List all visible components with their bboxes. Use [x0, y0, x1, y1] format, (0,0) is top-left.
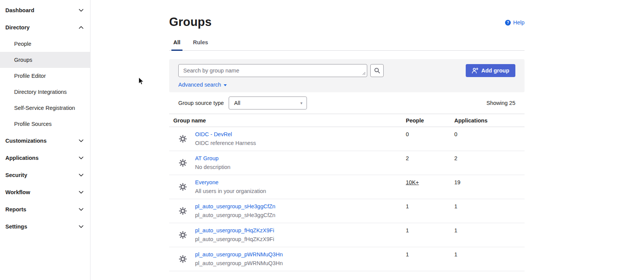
- applications-count: 1: [454, 227, 525, 234]
- people-count: 1: [406, 203, 454, 210]
- sidebar-item-directory-integrations[interactable]: Directory Integrations: [0, 84, 90, 100]
- source-type-label: Group source type: [178, 100, 224, 106]
- group-icon: [178, 254, 187, 264]
- sidebar: Dashboard Directory People Groups Profil…: [0, 0, 90, 280]
- sidebar-item-directory[interactable]: Directory: [0, 19, 90, 36]
- group-name-link[interactable]: Everyone: [195, 179, 266, 186]
- caret-down-icon: [224, 84, 227, 86]
- add-group-label: Add group: [481, 68, 509, 74]
- sidebar-item-groups[interactable]: Groups: [0, 52, 90, 68]
- chevron-down-icon: [79, 174, 84, 177]
- column-header-people: People: [406, 117, 454, 124]
- tabs: All Rules: [169, 39, 525, 51]
- tab-rules[interactable]: Rules: [193, 39, 208, 50]
- people-count: 1: [406, 251, 454, 258]
- sidebar-item-dashboard[interactable]: Dashboard: [0, 2, 90, 19]
- group-description: All users in your organization: [195, 187, 266, 195]
- sidebar-item-label: People: [14, 41, 31, 47]
- sidebar-item-label: Reports: [5, 206, 26, 212]
- group-name-link[interactable]: pl_auto_usergroup_fHqZKzX9Fi: [195, 227, 274, 234]
- search-input-wrap: [178, 64, 367, 77]
- search-input[interactable]: [178, 64, 367, 77]
- sidebar-item-profile-sources[interactable]: Profile Sources: [0, 116, 90, 132]
- add-group-button[interactable]: Add group: [466, 64, 515, 77]
- chevron-down-icon: [79, 156, 84, 159]
- search-panel: Add group Advanced search: [169, 59, 525, 92]
- sidebar-item-profile-editor[interactable]: Profile Editor: [0, 68, 90, 84]
- group-name-link[interactable]: pl_auto_usergroup_pWRNMuQ3Hn: [195, 251, 283, 258]
- chevron-down-icon: [79, 225, 84, 228]
- sidebar-item-label: Dashboard: [5, 7, 34, 13]
- advanced-search-link[interactable]: Advanced search: [178, 82, 227, 88]
- group-description: pl_auto_usergroup_fHqZKzX9Fi: [195, 235, 274, 243]
- sidebar-item-label: Directory: [5, 24, 30, 31]
- sidebar-item-label: Settings: [5, 224, 27, 230]
- sidebar-item-label: Applications: [5, 155, 39, 161]
- sidebar-item-people[interactable]: People: [0, 36, 90, 52]
- table-row: pl_auto_usergroup_sHe3ggCfZn pl_auto_use…: [169, 199, 525, 223]
- table-row: pl_auto_usergroup_fHqZKzX9Fi pl_auto_use…: [169, 223, 525, 247]
- sidebar-item-label: Self-Service Registration: [14, 105, 75, 111]
- group-icon: [178, 206, 187, 216]
- sidebar-item-reports[interactable]: Reports: [0, 201, 90, 218]
- table-header: Group name People Applications: [169, 114, 525, 127]
- add-group-icon: [472, 68, 478, 74]
- resize-grip-icon: [362, 72, 366, 75]
- applications-count: 19: [454, 179, 525, 186]
- sidebar-item-label: Profile Sources: [14, 121, 52, 127]
- column-header-group-name: Group name: [169, 117, 406, 124]
- sidebar-item-label: Profile Editor: [14, 73, 46, 79]
- page-title: Groups: [169, 15, 525, 29]
- tab-all[interactable]: All: [173, 39, 181, 50]
- chevron-down-icon: [79, 191, 84, 194]
- group-icon: [178, 134, 187, 143]
- help-label: Help: [513, 19, 525, 26]
- advanced-search-label: Advanced search: [178, 82, 221, 88]
- source-type-value: All: [234, 100, 240, 106]
- applications-count: 1: [454, 251, 525, 258]
- help-icon: ?: [505, 20, 511, 26]
- group-description: pl_auto_usergroup_pWRNMuQ3Hn: [195, 259, 283, 267]
- sidebar-item-self-service-registration[interactable]: Self-Service Registration: [0, 100, 90, 116]
- tab-label: All: [173, 39, 181, 45]
- column-header-applications: Applications: [454, 117, 525, 124]
- group-name-link[interactable]: OIDC - DevRel: [195, 130, 256, 138]
- chevron-down-icon: ▾: [300, 101, 303, 106]
- applications-count: 0: [454, 130, 525, 138]
- group-description: pl_auto_usergroup_sHe3ggCfZn: [195, 211, 275, 219]
- sidebar-item-label: Security: [5, 172, 27, 178]
- sidebar-item-workflow[interactable]: Workflow: [0, 183, 90, 201]
- people-count: 1: [406, 227, 454, 234]
- table-row: OIDC - DevRel OIDC reference Harness 0 0: [169, 127, 525, 151]
- group-name-link[interactable]: AT Group: [195, 154, 231, 162]
- applications-count: 1: [454, 203, 525, 210]
- sidebar-item-label: Workflow: [5, 189, 30, 195]
- people-count: 2: [406, 154, 454, 162]
- sidebar-item-label: Directory Integrations: [14, 89, 67, 95]
- page-header: Groups ? Help: [169, 0, 525, 29]
- sidebar-item-settings[interactable]: Settings: [0, 218, 90, 235]
- people-count: 0: [406, 130, 454, 138]
- table-row: AT Group No description 2 2: [169, 151, 525, 175]
- group-icon: [178, 230, 187, 240]
- sidebar-item-label: Groups: [14, 57, 32, 63]
- sidebar-item-security[interactable]: Security: [0, 166, 90, 183]
- group-description: No description: [195, 163, 231, 171]
- source-type-select[interactable]: All ▾: [229, 97, 307, 109]
- showing-count: Showing 25: [486, 100, 515, 106]
- group-description: OIDC reference Harness: [195, 139, 256, 147]
- table-row: pl_auto_usergroup_pWRNMuQ3Hn pl_auto_use…: [169, 247, 525, 271]
- help-link[interactable]: ? Help: [505, 19, 525, 26]
- group-name-link[interactable]: pl_auto_usergroup_sHe3ggCfZn: [195, 203, 275, 210]
- applications-count: 2: [454, 154, 525, 162]
- filter-bar: Group source type All ▾ Showing 25: [169, 92, 525, 114]
- sidebar-item-label: Customizations: [5, 138, 47, 144]
- search-button[interactable]: [370, 64, 384, 77]
- chevron-down-icon: [79, 9, 84, 12]
- search-icon: [374, 68, 380, 74]
- main-content: Groups ? Help All Rules: [91, 0, 644, 280]
- chevron-up-icon: [79, 26, 84, 29]
- people-count-link[interactable]: 10K+: [406, 179, 454, 186]
- sidebar-item-customizations[interactable]: Customizations: [0, 132, 90, 149]
- sidebar-item-applications[interactable]: Applications: [0, 149, 90, 166]
